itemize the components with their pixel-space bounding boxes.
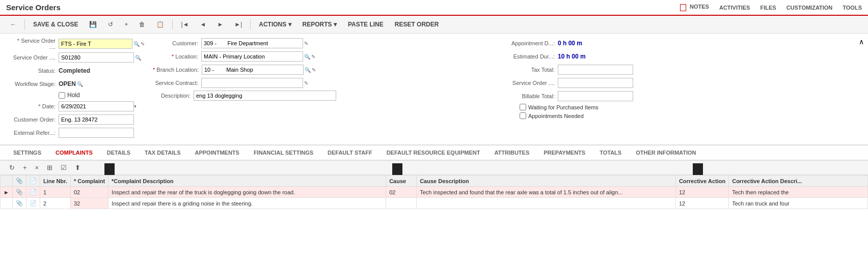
date-dropdown-icon[interactable]: ▾ <box>134 104 137 109</box>
reset-order-button[interactable]: RESET ORDER <box>391 19 443 30</box>
row2-corrective-action-desc[interactable]: Tech ran truck and four <box>729 198 868 209</box>
row2-cause-desc[interactable] <box>417 198 676 209</box>
last-button[interactable]: ►| <box>230 19 246 30</box>
customer-edit-icon[interactable]: ✎ <box>304 41 308 46</box>
row1-cause[interactable]: 02 <box>386 187 417 198</box>
service-order-nbr-search-icon[interactable]: 🔍 <box>135 55 141 61</box>
location-search-icon[interactable]: 🔍 <box>304 54 310 60</box>
service-contract-input[interactable] <box>201 78 303 88</box>
tab-default-resource-equipment[interactable]: DEFAULT RESOURCE EQUIPMENT <box>379 145 487 161</box>
row1-corrective-action[interactable]: 12 <box>675 187 728 198</box>
row2-complaint[interactable]: 32 <box>70 198 108 209</box>
service-order-amt-input[interactable] <box>558 78 633 88</box>
hold-checkbox[interactable] <box>59 92 65 99</box>
delete-button[interactable]: 🗑 <box>135 19 149 30</box>
external-refer-input[interactable] <box>59 128 134 138</box>
row2-cause[interactable] <box>386 198 417 209</box>
th-corrective-action-desc: Corrective Action Descri... <box>729 176 868 187</box>
th-doc: 📄 <box>26 176 40 187</box>
appointments-checkbox[interactable] <box>520 112 526 119</box>
first-button[interactable]: |◄ <box>177 19 193 30</box>
branch-location-edit-icon[interactable]: ✎ <box>312 67 316 73</box>
prev-button[interactable]: ◄ <box>196 19 210 30</box>
service-contract-edit-icon[interactable]: ✎ <box>304 80 308 86</box>
row1-line: 1 <box>40 187 70 198</box>
row1-corrective-action-desc[interactable]: Tech then replaced the <box>729 187 868 198</box>
row2-attach[interactable]: 📎 <box>12 198 26 209</box>
fit-columns-button[interactable]: ⊞ <box>44 163 56 172</box>
tab-complaints[interactable]: COMPLAINTS <box>48 145 100 161</box>
service-order-type-input[interactable] <box>59 39 132 49</box>
tools-nav-item[interactable]: TOOLS <box>843 5 862 11</box>
next-button[interactable]: ► <box>213 19 227 30</box>
row2-doc[interactable]: 📄 <box>26 198 40 209</box>
row2-expand[interactable] <box>1 198 13 209</box>
activities-nav-item[interactable]: ACTIVITIES <box>719 5 750 11</box>
save-close-button[interactable]: SAVE & CLOSE <box>29 19 82 30</box>
tab-settings[interactable]: SETTINGS <box>6 145 48 161</box>
back-icon: ← <box>10 21 16 28</box>
row2-complaint-desc[interactable]: Inspect and repair there is a griding no… <box>108 198 386 209</box>
tax-total-input[interactable] <box>558 65 633 75</box>
actions-button[interactable]: ACTIONS ▾ <box>255 19 295 30</box>
tab-attributes[interactable]: ATTRIBUTES <box>487 145 536 161</box>
date-label: * Date: <box>10 103 59 109</box>
tab-totals[interactable]: TOTALS <box>592 145 629 161</box>
paste-line-button[interactable]: PASTE LINE <box>344 19 388 30</box>
add-button[interactable]: + <box>120 19 132 30</box>
reports-button[interactable]: REPORTS ▾ <box>299 19 341 30</box>
delete-icon: 🗑 <box>139 21 145 28</box>
customer-order-input[interactable] <box>59 114 134 125</box>
date-input[interactable] <box>59 101 134 111</box>
save-button[interactable]: 💾 <box>85 19 101 30</box>
service-order-nbr-input[interactable] <box>59 52 134 63</box>
tab-details[interactable]: DETAILS <box>100 145 138 161</box>
location-edit-icon[interactable]: ✎ <box>311 54 315 60</box>
th-expand <box>1 176 13 187</box>
add-row-button[interactable]: + <box>20 163 30 172</box>
location-input[interactable] <box>201 51 303 62</box>
tab-financial-settings[interactable]: FINANCIAL SETTINGS <box>247 145 320 161</box>
tab-prepayments[interactable]: PREPAYMENTS <box>536 145 592 161</box>
row1-complaint-desc[interactable]: Inspect and repair the rear of the truck… <box>108 187 386 198</box>
appointment-dur-value: 0 h 00 m <box>558 40 582 47</box>
service-order-type-edit-icon[interactable]: ✎ <box>141 41 145 47</box>
row1-cause-desc[interactable]: Tech inspected and found that the rear a… <box>417 187 676 198</box>
back-button[interactable]: ← <box>6 19 20 30</box>
row1-complaint[interactable]: 02 <box>70 187 108 198</box>
description-input[interactable] <box>194 91 336 101</box>
delete-row-icon: × <box>35 164 39 171</box>
notes-nav-item[interactable]: NOTES <box>680 4 709 11</box>
row1-expand[interactable]: ► <box>1 187 13 198</box>
th-line: Line Nbr. <box>40 176 70 187</box>
row1-attach[interactable]: 📎 <box>12 187 26 198</box>
customer-input[interactable] <box>201 38 303 48</box>
row2-corrective-action[interactable]: 12 <box>675 198 728 209</box>
th-attach: 📎 <box>12 176 26 187</box>
tab-other-information[interactable]: OTHER INFORMATION <box>629 145 703 161</box>
appointments-label: Appointments Needed <box>528 113 584 119</box>
undo-button[interactable]: ↺ <box>104 19 117 30</box>
collapse-button[interactable]: ∧ <box>859 38 864 46</box>
refresh-button[interactable]: ↻ <box>6 163 18 172</box>
billable-total-input[interactable] <box>558 91 633 101</box>
delete-row-button[interactable]: × <box>32 163 42 172</box>
tab-tax-details[interactable]: TAX DETAILS <box>138 145 187 161</box>
branch-location-input[interactable] <box>202 65 304 75</box>
waiting-checkbox[interactable] <box>520 104 526 110</box>
checkbox-toggle-button[interactable]: ☑ <box>58 163 70 172</box>
upload-button[interactable]: ⬆ <box>72 163 84 172</box>
branch-location-search-icon[interactable]: 🔍 <box>305 67 311 73</box>
row1-doc[interactable]: 📄 <box>26 187 40 198</box>
branch-location-label: Branch Location: <box>153 67 202 73</box>
service-order-type-search-icon[interactable]: 🔍 <box>133 41 140 47</box>
tab-default-staff[interactable]: DEFAULT STAFF <box>320 145 379 161</box>
files-nav-item[interactable]: FILES <box>760 5 776 11</box>
customization-nav-item[interactable]: CUSTOMIZATION <box>786 5 833 11</box>
workflow-search-icon[interactable]: 🔍 <box>77 81 83 87</box>
status-label: Status: <box>10 68 59 74</box>
complaints-table-container[interactable]: 📎 📄 Line Nbr. * Complaint *Complaint Des… <box>0 175 868 209</box>
tab-appointments[interactable]: APPOINTMENTS <box>187 145 246 161</box>
copy-button[interactable]: 📋 <box>152 19 168 30</box>
appointments-row: Appointments Needed <box>520 112 858 119</box>
